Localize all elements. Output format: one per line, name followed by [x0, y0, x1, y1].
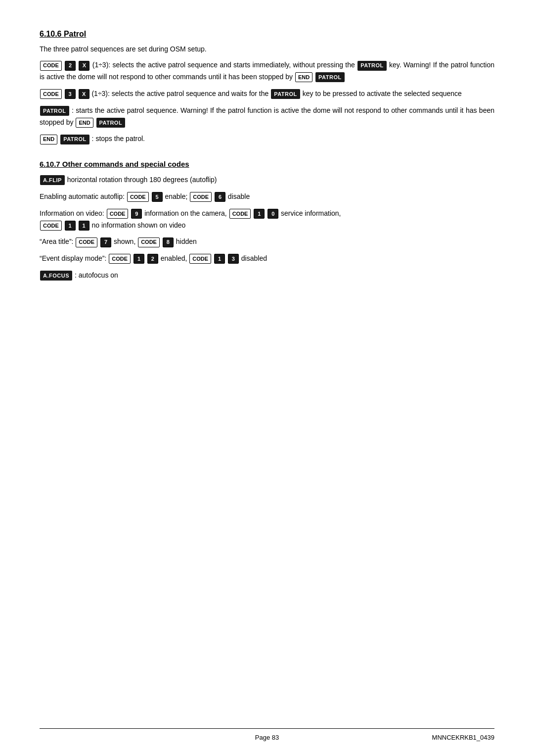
aflip-para: A.FLIP horizontal rotation through 180 d… — [40, 174, 494, 186]
patrol-para1: CODE 2 X (1÷3): selects the active patro… — [40, 59, 494, 83]
patrol-para2-text2: key to be pressed to activate the select… — [303, 90, 462, 97]
num6-key: 6 — [215, 192, 225, 202]
num3-key-b: 3 — [228, 254, 239, 264]
patrol-para4-text: : stops the patrol. — [92, 135, 145, 142]
end-key-1: END — [295, 72, 312, 82]
info-service-label: service information, — [281, 209, 341, 217]
patrol-key-3: PATROL — [271, 89, 300, 99]
num1-key-a: 1 — [254, 209, 265, 219]
info-camera-label: information on the camera, — [144, 209, 228, 217]
num7-key: 7 — [100, 237, 111, 247]
code-key-10: CODE — [109, 254, 131, 264]
afocus-text: : autofocus on — [75, 271, 118, 279]
patrol-para1-text: (1÷3): selects the active patrol sequenc… — [92, 61, 357, 69]
section-610-6-title: 6.10.6 Patrol — [40, 30, 494, 39]
num2-key: 2 — [65, 61, 76, 71]
area-title-para: “Area title”: CODE 7 shown, CODE 8 hidde… — [40, 236, 494, 248]
aflip-key: A.FLIP — [40, 175, 65, 185]
code-key-3: CODE — [127, 192, 149, 202]
enabling-label: Enabling automatic autoflip: — [40, 192, 125, 200]
code-key-1: CODE — [40, 61, 62, 71]
patrol-para2-text: (1÷3): selects the active patrol sequenc… — [91, 90, 270, 97]
numX-key-1: X — [79, 61, 89, 71]
num2-key-b: 2 — [147, 254, 158, 264]
disable-label: disable — [228, 192, 250, 200]
patrol-key-6: PATROL — [60, 135, 89, 144]
num1-key-b: 1 — [65, 221, 76, 231]
numX-key-2: X — [79, 89, 89, 99]
patrol-key-2: PATROL — [315, 72, 345, 82]
aflip-text: horizontal rotation through 180 degrees … — [67, 176, 217, 184]
event-label: “Event display mode”: — [40, 254, 106, 262]
patrol-para2: CODE 3 X (1÷3): selects the active patro… — [40, 88, 494, 100]
patrol-key-4: PATROL — [40, 106, 69, 116]
section-610-6: 6.10.6 Patrol The three patrol sequences… — [40, 30, 494, 145]
section-610-6-intro: The three patrol sequences are set durin… — [40, 44, 494, 54]
info-para: Information on video: CODE 9 information… — [40, 208, 494, 232]
patrol-para3: PATROL : starts the active patrol sequen… — [40, 105, 494, 129]
num3-key: 3 — [65, 89, 76, 99]
code-key-4: CODE — [190, 192, 212, 202]
patrol-key-1: PATROL — [357, 61, 387, 71]
code-key-2: CODE — [40, 89, 62, 99]
info-noshown-label: no information shown on video — [91, 221, 185, 229]
section-610-7: 6.10.7 Other commands and special codes … — [40, 160, 494, 282]
autoflip-enable-para: Enabling automatic autoflip: CODE 5 enab… — [40, 191, 494, 203]
code-key-9: CODE — [138, 237, 160, 247]
event-disabled-label: disabled — [241, 254, 267, 262]
end-key-3: END — [40, 135, 57, 144]
patrol-para4: END PATROL : stops the patrol. — [40, 133, 494, 145]
hidden-label: hidden — [176, 237, 197, 245]
afocus-key: A.FOCUS — [40, 271, 72, 281]
event-display-para: “Event display mode”: CODE 1 2 enabled, … — [40, 253, 494, 265]
num1-key-d: 1 — [134, 254, 144, 264]
code-key-5: CODE — [107, 209, 129, 219]
code-key-8: CODE — [76, 237, 97, 247]
info-label: Information on video: — [40, 209, 104, 217]
num1-key-e: 1 — [214, 254, 225, 264]
footer-page-number: Page 83 — [129, 734, 405, 741]
num0-key: 0 — [267, 209, 278, 219]
enable-label: enable; — [165, 192, 187, 200]
section-610-7-title: 6.10.7 Other commands and special codes — [40, 160, 494, 168]
event-enabled-label: enabled, — [161, 254, 189, 262]
area-title-label: “Area title”: — [40, 237, 73, 245]
num8-key: 8 — [163, 237, 174, 247]
code-key-11: CODE — [189, 254, 211, 264]
num9-key: 9 — [131, 209, 142, 219]
afocus-para: A.FOCUS : autofocus on — [40, 270, 494, 282]
end-key-2: END — [76, 118, 93, 128]
code-key-6: CODE — [229, 209, 251, 219]
footer-doc-id: MNNCEKRKB1_0439 — [405, 734, 494, 741]
code-key-7: CODE — [40, 221, 62, 231]
shown-label: shown, — [114, 237, 137, 245]
num5-key: 5 — [152, 192, 163, 202]
patrol-key-5: PATROL — [96, 118, 126, 128]
page-footer: Page 83 MNNCEKRKB1_0439 — [40, 728, 494, 741]
num1-key-c: 1 — [79, 221, 89, 231]
